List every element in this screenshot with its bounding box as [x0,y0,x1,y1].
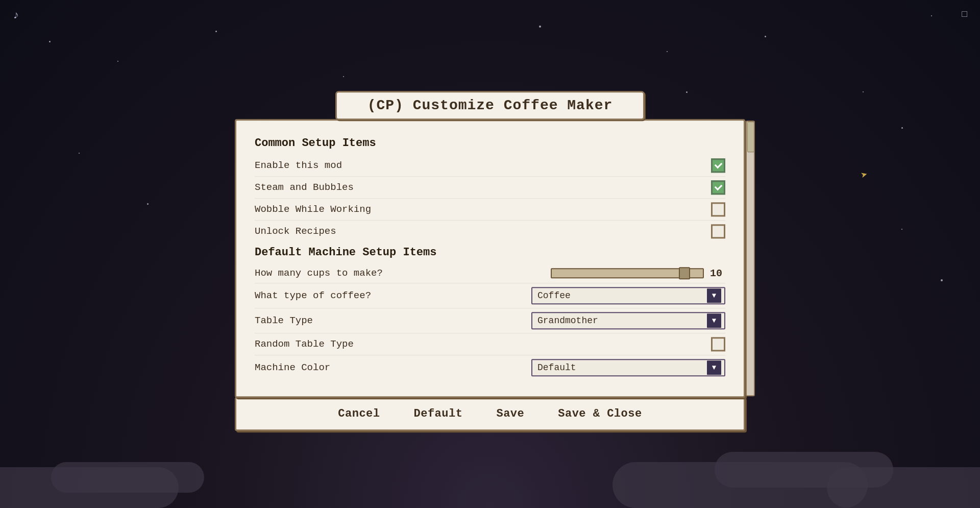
setting-row-steam-bubbles: Steam and Bubbles [255,177,725,199]
star [667,51,668,52]
table-type-label: Table Type [255,315,313,326]
star [49,41,51,42]
table-type-value: Grandmother [537,316,598,326]
coffee-type-value: Coffee [537,291,571,301]
star [117,61,118,62]
star [539,26,541,28]
wobble-control [711,202,725,216]
star [941,279,943,281]
enable-mod-control [711,158,725,173]
scrollbar-thumb[interactable] [747,122,754,152]
unlock-recipes-checkbox[interactable] [711,224,725,238]
machine-color-dropdown-arrow: ▼ [707,360,721,375]
wobble-label: Wobble While Working [255,204,371,215]
enable-mod-checkbox[interactable] [711,158,725,173]
steam-bubbles-control [711,180,725,195]
random-table-checkbox[interactable] [711,337,725,351]
cups-slider-track[interactable] [551,268,704,278]
random-table-control [711,337,725,351]
table-type-dropdown[interactable]: Grandmother ▼ [531,312,725,329]
steam-bubbles-checkbox[interactable] [711,180,725,195]
save-close-button[interactable]: Save & Close [554,405,646,422]
cups-slider-thumb[interactable] [679,267,690,279]
cancel-button[interactable]: Cancel [334,405,384,422]
setting-row-table-type: Table Type Grandmother ▼ [255,308,725,333]
default-section: Default Machine Setup Items How many cup… [255,246,725,380]
star [215,31,217,32]
common-section-header: Common Setup Items [255,137,725,150]
star [901,229,902,230]
star [147,203,149,205]
steam-bubbles-label: Steam and Bubbles [255,182,354,193]
window-icon: □ [962,9,967,19]
cloud [827,467,980,508]
star [79,153,80,154]
scrollbar-track[interactable] [746,120,755,396]
setting-row-wobble: Wobble While Working [255,199,725,221]
coffee-type-label: What type of coffee? [255,290,371,301]
unlock-recipes-control [711,224,725,238]
setting-row-random-table: Random Table Type [255,333,725,355]
table-type-dropdown-arrow: ▼ [707,313,721,328]
unlock-recipes-label: Unlock Recipes [255,226,336,237]
star [863,91,864,92]
button-bar: Cancel Default Save Save & Close [235,397,745,431]
save-button[interactable]: Save [492,405,528,422]
machine-color-control: Default ▼ [531,359,725,376]
random-table-label: Random Table Type [255,338,354,350]
title-bar: (CP) Customize Coffee Maker [335,91,645,120]
coffee-type-dropdown[interactable]: Coffee ▼ [531,287,725,304]
dialog-title: (CP) Customize Coffee Maker [368,98,613,113]
machine-color-value: Default [537,362,576,373]
setting-row-enable-mod: Enable this mod [255,155,725,177]
machine-color-dropdown[interactable]: Default ▼ [531,359,725,376]
cloud [51,462,204,493]
cups-slider-value: 10 [710,268,725,279]
star [901,127,903,129]
setting-row-machine-color: Machine Color Default ▼ [255,355,725,380]
coffee-type-dropdown-arrow: ▼ [707,288,721,303]
wobble-checkbox[interactable] [711,202,725,216]
machine-color-label: Machine Color [255,362,330,373]
setting-row-cups: How many cups to make? 10 [255,264,725,283]
star [765,36,766,37]
table-type-control: Grandmother ▼ [531,312,725,329]
coffee-type-control: Coffee ▼ [531,287,725,304]
common-section: Common Setup Items Enable this mod Steam… [255,137,725,242]
star [343,76,344,77]
default-section-header: Default Machine Setup Items [255,246,725,259]
default-button[interactable]: Default [410,405,467,422]
setting-row-unlock-recipes: Unlock Recipes [255,221,725,242]
music-icon: ♪ [13,9,19,22]
setting-row-coffee-type: What type of coffee? Coffee ▼ [255,283,725,308]
main-panel: Common Setup Items Enable this mod Steam… [235,119,745,398]
dialog-wrapper: (CP) Customize Coffee Maker Common Setup… [235,91,745,431]
cups-label: How many cups to make? [255,268,383,279]
star [931,15,932,16]
cups-control: 10 [551,268,725,279]
enable-mod-label: Enable this mod [255,160,342,171]
